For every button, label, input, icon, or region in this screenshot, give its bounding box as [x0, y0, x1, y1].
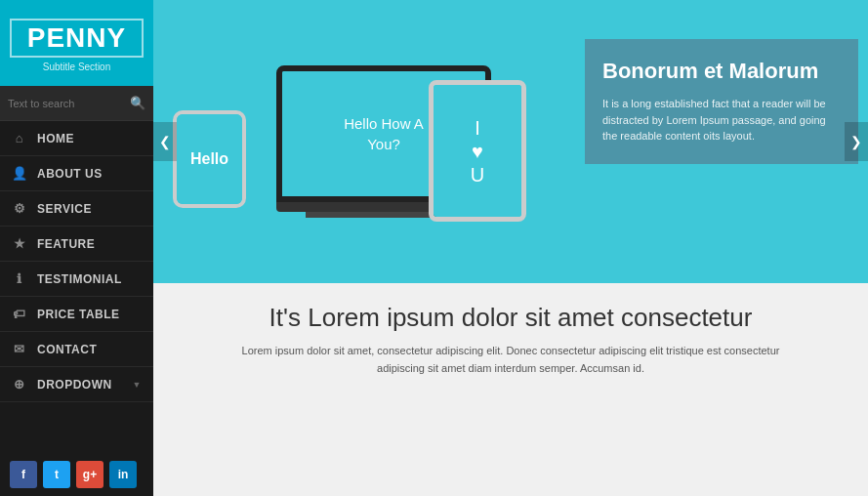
main-content: ❮ Hello How AYou? Hello [153, 0, 868, 496]
hero-info-body: It is a long established fact that a rea… [602, 96, 841, 145]
social-bar: f t g+ in [0, 453, 153, 496]
hero-devices: Hello How AYou? Hello I♥U [153, 56, 585, 227]
tablet-device: I♥U [429, 80, 526, 222]
sidebar-item-label: CONTACT [37, 343, 97, 356]
laptop-text: Hello How AYou? [344, 113, 424, 154]
search-input[interactable] [8, 98, 130, 109]
tablet-text: I♥U [471, 116, 484, 186]
content-description: Lorem ipsum dolor sit amet, consectetur … [218, 343, 804, 377]
sidebar-item-label: SERVICE [37, 202, 92, 216]
search-icon[interactable]: 🔍 [130, 96, 145, 110]
logo-subtitle: Subtitle Section [10, 62, 144, 72]
nav-menu: ⌂ HOME 👤 ABOUT US ⚙ SERVICE ★ FEATURE ℹ … [0, 121, 153, 402]
star-icon: ★ [12, 236, 27, 251]
carousel-prev-button[interactable]: ❮ [153, 122, 177, 161]
sidebar-item-label: TESTIMONIAL [37, 272, 122, 286]
sidebar-item-testimonial[interactable]: ℹ TESTIMONIAL [0, 262, 153, 297]
hero-info-title: Bonorum et Malorum [602, 59, 841, 84]
logo-title: PENNY [10, 19, 144, 58]
sidebar-item-about[interactable]: 👤 ABOUT US [0, 156, 153, 191]
sidebar-item-dropdown[interactable]: ⊕ DROPDOWN ▼ [0, 367, 153, 402]
home-icon: ⌂ [12, 131, 27, 145]
phone-text: Hello [190, 150, 228, 168]
facebook-button[interactable]: f [10, 461, 37, 488]
info-icon: ℹ [12, 271, 27, 286]
hero-info-box: Bonorum et Malorum It is a long establis… [585, 39, 858, 164]
content-title: It's Lorem ipsum dolor sit amet consecte… [183, 303, 839, 333]
search-area: 🔍 [0, 86, 153, 121]
sidebar: PENNY Subtitle Section 🔍 ⌂ HOME 👤 ABOUT … [0, 0, 153, 496]
linkedin-button[interactable]: in [109, 461, 137, 488]
sidebar-item-label: DROPDOWN [37, 378, 112, 392]
twitter-button[interactable]: t [43, 461, 70, 488]
sidebar-item-label: PRICE TABLE [37, 308, 120, 321]
tag-icon: 🏷 [12, 307, 27, 321]
mail-icon: ✉ [12, 342, 27, 356]
carousel-next-button[interactable]: ❯ [845, 122, 868, 161]
chevron-down-icon: ▼ [133, 380, 142, 390]
sidebar-item-contact[interactable]: ✉ CONTACT [0, 332, 153, 367]
user-icon: 👤 [12, 166, 27, 181]
content-section: It's Lorem ipsum dolor sit amet consecte… [153, 283, 868, 496]
logo-area: PENNY Subtitle Section [0, 0, 153, 86]
googleplus-button[interactable]: g+ [76, 461, 103, 488]
sidebar-item-service[interactable]: ⚙ SERVICE [0, 191, 153, 227]
plus-icon: ⊕ [12, 377, 27, 392]
sidebar-item-home[interactable]: ⌂ HOME [0, 121, 153, 156]
sidebar-item-label: ABOUT US [37, 167, 103, 181]
sidebar-item-feature[interactable]: ★ FEATURE [0, 227, 153, 262]
hero-slider: ❮ Hello How AYou? Hello [153, 0, 868, 283]
sidebar-item-label: HOME [37, 132, 74, 145]
phone-device: Hello [173, 110, 246, 208]
sidebar-item-pricetable[interactable]: 🏷 PRICE TABLE [0, 297, 153, 332]
gear-icon: ⚙ [12, 201, 27, 216]
sidebar-item-label: FEATURE [37, 237, 95, 251]
